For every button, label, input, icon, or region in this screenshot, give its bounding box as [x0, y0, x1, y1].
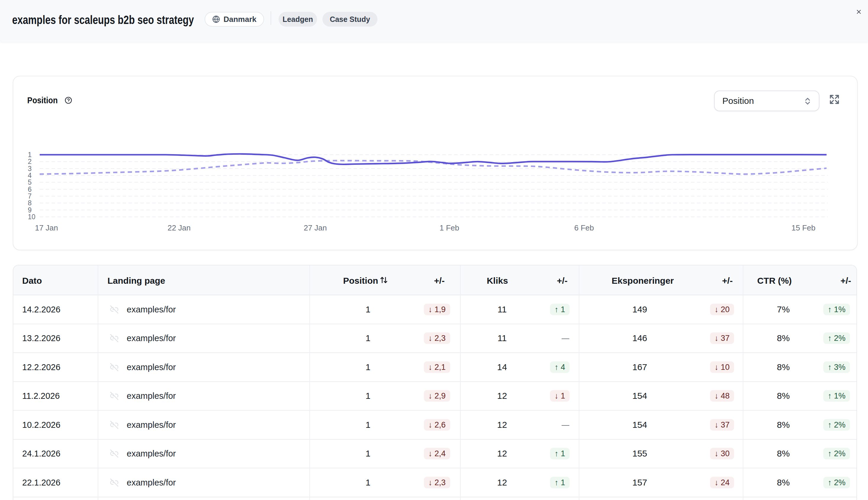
svg-text:3: 3 — [28, 165, 32, 172]
svg-text:22 Jan: 22 Jan — [168, 223, 191, 232]
svg-text:1 Feb: 1 Feb — [439, 223, 459, 232]
svg-text:10: 10 — [28, 213, 35, 221]
svg-text:7: 7 — [28, 192, 32, 200]
svg-text:2: 2 — [28, 158, 32, 166]
svg-text:27 Jan: 27 Jan — [304, 223, 327, 232]
svg-text:6 Feb: 6 Feb — [574, 223, 594, 232]
svg-text:1: 1 — [28, 151, 32, 159]
svg-text:15 Feb: 15 Feb — [792, 223, 816, 232]
svg-text:9: 9 — [28, 206, 32, 214]
svg-text:6: 6 — [28, 185, 32, 193]
svg-text:5: 5 — [28, 179, 32, 186]
svg-text:17 Jan: 17 Jan — [35, 223, 58, 232]
svg-text:4: 4 — [28, 172, 32, 179]
svg-text:8: 8 — [28, 199, 32, 207]
